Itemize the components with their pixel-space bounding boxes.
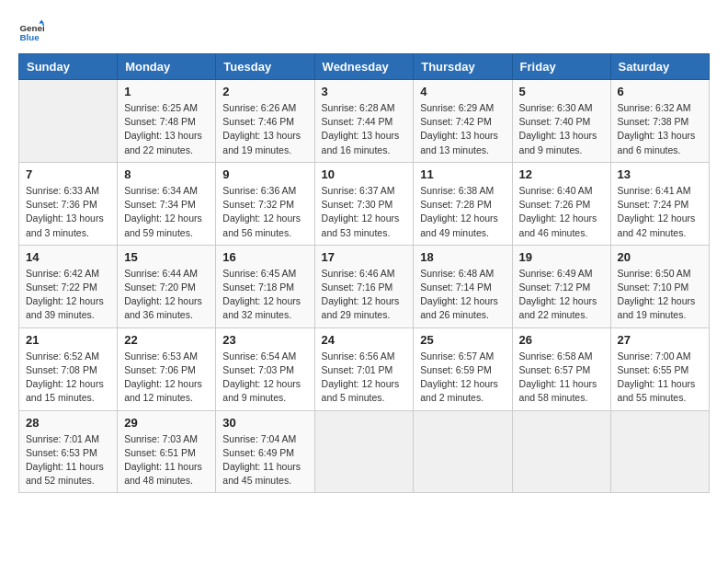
day-info: Sunrise: 6:34 AM Sunset: 7:34 PM Dayligh… [124,184,209,240]
day-number: 25 [420,333,505,347]
day-info: Sunrise: 7:04 AM Sunset: 6:49 PM Dayligh… [222,432,307,488]
day-info: Sunrise: 6:37 AM Sunset: 7:30 PM Dayligh… [322,184,407,240]
calendar-cell: 27Sunrise: 7:00 AM Sunset: 6:55 PM Dayli… [610,327,709,410]
day-info: Sunrise: 6:57 AM Sunset: 6:59 PM Dayligh… [420,350,505,406]
calendar-cell: 12Sunrise: 6:40 AM Sunset: 7:26 PM Dayli… [512,162,610,245]
day-number: 16 [222,250,307,264]
day-number: 10 [322,167,407,181]
day-number: 17 [322,250,407,264]
day-number: 29 [124,416,209,430]
calendar-cell: 8Sunrise: 6:34 AM Sunset: 7:34 PM Daylig… [118,162,216,245]
day-info: Sunrise: 6:50 AM Sunset: 7:10 PM Dayligh… [618,267,702,323]
calendar-cell: 26Sunrise: 6:58 AM Sunset: 6:57 PM Dayli… [512,327,610,410]
day-number: 13 [618,167,702,181]
day-info: Sunrise: 6:58 AM Sunset: 6:57 PM Dayligh… [519,350,604,406]
calendar-cell: 4Sunrise: 6:29 AM Sunset: 7:42 PM Daylig… [414,80,512,163]
svg-marker-2 [39,19,44,23]
calendar-header-sunday: Sunday [19,54,118,80]
day-number: 8 [124,167,209,181]
day-info: Sunrise: 6:42 AM Sunset: 7:22 PM Dayligh… [26,267,110,323]
day-number: 4 [420,85,505,98]
calendar-header-saturday: Saturday [610,54,709,80]
day-info: Sunrise: 6:56 AM Sunset: 7:01 PM Dayligh… [322,350,407,406]
day-info: Sunrise: 6:26 AM Sunset: 7:46 PM Dayligh… [222,101,307,157]
day-number: 27 [618,333,702,347]
calendar-cell: 10Sunrise: 6:37 AM Sunset: 7:30 PM Dayli… [314,162,414,245]
day-info: Sunrise: 6:30 AM Sunset: 7:40 PM Dayligh… [519,101,604,157]
calendar-cell: 13Sunrise: 6:41 AM Sunset: 7:24 PM Dayli… [610,162,709,245]
day-info: Sunrise: 6:41 AM Sunset: 7:24 PM Dayligh… [618,184,702,240]
calendar-cell: 2Sunrise: 6:26 AM Sunset: 7:46 PM Daylig… [216,80,314,163]
calendar-header-row: SundayMondayTuesdayWednesdayThursdayFrid… [19,54,710,80]
logo-icon: General Blue [18,18,44,44]
calendar-cell: 5Sunrise: 6:30 AM Sunset: 7:40 PM Daylig… [512,80,610,163]
day-number: 5 [519,85,604,98]
calendar-header-wednesday: Wednesday [314,54,414,80]
day-number: 24 [322,333,407,347]
day-info: Sunrise: 6:36 AM Sunset: 7:32 PM Dayligh… [222,184,307,240]
day-info: Sunrise: 6:52 AM Sunset: 7:08 PM Dayligh… [26,350,110,406]
day-info: Sunrise: 6:28 AM Sunset: 7:44 PM Dayligh… [322,101,407,157]
day-number: 21 [26,333,110,347]
day-number: 30 [222,416,307,430]
calendar-cell: 19Sunrise: 6:49 AM Sunset: 7:12 PM Dayli… [512,245,610,327]
day-info: Sunrise: 7:00 AM Sunset: 6:55 PM Dayligh… [618,350,702,406]
calendar-cell: 11Sunrise: 6:38 AM Sunset: 7:28 PM Dayli… [414,162,512,245]
calendar-week-row: 28Sunrise: 7:01 AM Sunset: 6:53 PM Dayli… [19,410,710,493]
day-number: 9 [222,167,307,181]
calendar-week-row: 7Sunrise: 6:33 AM Sunset: 7:36 PM Daylig… [19,162,710,245]
day-number: 12 [519,167,604,181]
calendar: SundayMondayTuesdayWednesdayThursdayFrid… [18,53,710,493]
day-number: 23 [222,333,307,347]
calendar-cell [610,410,709,493]
calendar-cell: 21Sunrise: 6:52 AM Sunset: 7:08 PM Dayli… [19,327,118,410]
calendar-cell: 28Sunrise: 7:01 AM Sunset: 6:53 PM Dayli… [19,410,118,493]
day-number: 22 [124,333,209,347]
day-info: Sunrise: 6:25 AM Sunset: 7:48 PM Dayligh… [124,101,209,157]
day-info: Sunrise: 6:53 AM Sunset: 7:06 PM Dayligh… [124,350,209,406]
calendar-cell: 7Sunrise: 6:33 AM Sunset: 7:36 PM Daylig… [19,162,118,245]
calendar-header-monday: Monday [118,54,216,80]
day-info: Sunrise: 6:33 AM Sunset: 7:36 PM Dayligh… [26,184,110,240]
day-info: Sunrise: 7:03 AM Sunset: 6:51 PM Dayligh… [124,432,209,488]
calendar-cell: 22Sunrise: 6:53 AM Sunset: 7:06 PM Dayli… [118,327,216,410]
calendar-cell [414,410,512,493]
calendar-cell: 14Sunrise: 6:42 AM Sunset: 7:22 PM Dayli… [19,245,118,327]
calendar-header-tuesday: Tuesday [216,54,314,80]
calendar-cell: 3Sunrise: 6:28 AM Sunset: 7:44 PM Daylig… [314,80,414,163]
logo: General Blue [18,18,48,44]
svg-text:Blue: Blue [19,32,40,42]
day-number: 3 [322,85,407,98]
day-number: 6 [618,85,702,98]
day-info: Sunrise: 6:49 AM Sunset: 7:12 PM Dayligh… [519,267,604,323]
day-info: Sunrise: 6:40 AM Sunset: 7:26 PM Dayligh… [519,184,604,240]
day-number: 26 [519,333,604,347]
day-info: Sunrise: 6:46 AM Sunset: 7:16 PM Dayligh… [322,267,407,323]
day-info: Sunrise: 6:48 AM Sunset: 7:14 PM Dayligh… [420,267,505,323]
day-info: Sunrise: 6:29 AM Sunset: 7:42 PM Dayligh… [420,101,505,157]
calendar-cell: 17Sunrise: 6:46 AM Sunset: 7:16 PM Dayli… [314,245,414,327]
calendar-cell: 9Sunrise: 6:36 AM Sunset: 7:32 PM Daylig… [216,162,314,245]
day-info: Sunrise: 6:45 AM Sunset: 7:18 PM Dayligh… [222,267,307,323]
calendar-cell: 18Sunrise: 6:48 AM Sunset: 7:14 PM Dayli… [414,245,512,327]
day-number: 28 [26,416,110,430]
calendar-cell: 23Sunrise: 6:54 AM Sunset: 7:03 PM Dayli… [216,327,314,410]
day-info: Sunrise: 6:44 AM Sunset: 7:20 PM Dayligh… [124,267,209,323]
day-info: Sunrise: 7:01 AM Sunset: 6:53 PM Dayligh… [26,432,110,488]
calendar-cell: 29Sunrise: 7:03 AM Sunset: 6:51 PM Dayli… [118,410,216,493]
calendar-cell [19,80,118,163]
day-number: 14 [26,250,110,264]
calendar-cell [512,410,610,493]
calendar-week-row: 21Sunrise: 6:52 AM Sunset: 7:08 PM Dayli… [19,327,710,410]
calendar-cell: 6Sunrise: 6:32 AM Sunset: 7:38 PM Daylig… [610,80,709,163]
calendar-cell: 20Sunrise: 6:50 AM Sunset: 7:10 PM Dayli… [610,245,709,327]
day-info: Sunrise: 6:54 AM Sunset: 7:03 PM Dayligh… [222,350,307,406]
calendar-header-thursday: Thursday [414,54,512,80]
day-number: 1 [124,85,209,98]
calendar-cell: 25Sunrise: 6:57 AM Sunset: 6:59 PM Dayli… [414,327,512,410]
calendar-cell: 30Sunrise: 7:04 AM Sunset: 6:49 PM Dayli… [216,410,314,493]
calendar-cell: 24Sunrise: 6:56 AM Sunset: 7:01 PM Dayli… [314,327,414,410]
day-number: 18 [420,250,505,264]
calendar-cell: 15Sunrise: 6:44 AM Sunset: 7:20 PM Dayli… [118,245,216,327]
calendar-cell: 1Sunrise: 6:25 AM Sunset: 7:48 PM Daylig… [118,80,216,163]
